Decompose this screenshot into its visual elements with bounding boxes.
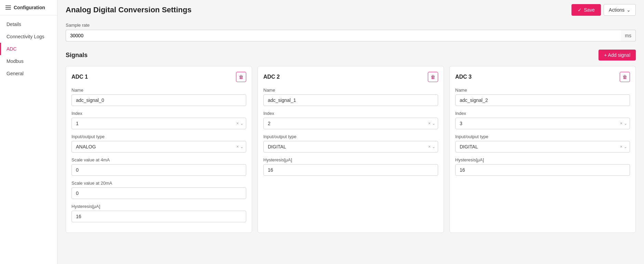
adc-card-header-3: ADC 3 🗑: [455, 72, 630, 82]
adc3-hysteresis-input[interactable]: [455, 164, 630, 176]
adc1-scale20ma-input[interactable]: [71, 187, 246, 199]
sidebar-header[interactable]: Configuration: [0, 0, 57, 15]
sidebar-item-connectivity-logs[interactable]: Connectivity Logs: [0, 30, 57, 43]
sidebar-item-details[interactable]: Details: [0, 18, 57, 30]
adc1-index-label: Index: [71, 111, 246, 116]
adc2-hysteresis-label: Hysteresis[μA]: [263, 157, 438, 162]
sample-rate-row: ms: [66, 30, 636, 41]
adc2-name-label: Name: [263, 88, 438, 93]
adc2-io-type-field: Input/output type ANALOG DIGITAL × ⌄: [263, 134, 438, 153]
actions-label: Actions: [609, 7, 625, 13]
adc2-index-label: Index: [263, 111, 438, 116]
adc-card-header-1: ADC 1 🗑: [71, 72, 246, 82]
adc3-io-type-select-wrapper: ANALOG DIGITAL × ⌄: [455, 141, 630, 153]
sidebar-title: Configuration: [14, 5, 45, 10]
sidebar-item-general[interactable]: General: [0, 67, 57, 80]
sidebar-nav: Details Connectivity Logs ADC Modbus Gen…: [0, 15, 57, 80]
delete-adc3-button[interactable]: 🗑: [620, 72, 630, 82]
adc3-hysteresis-label: Hysteresis[μA]: [455, 157, 630, 162]
adc2-io-type-label: Input/output type: [263, 134, 438, 139]
adc1-io-type-select[interactable]: ANALOG DIGITAL: [71, 141, 246, 153]
adc1-scale20ma-field: Scale value at 20mA: [71, 181, 246, 199]
adc1-scale20ma-label: Scale value at 20mA: [71, 181, 246, 186]
sidebar: Configuration Details Connectivity Logs …: [0, 0, 57, 264]
adc-grid: ADC 1 🗑 Name Index 1 2 3: [66, 66, 636, 233]
delete-adc2-button[interactable]: 🗑: [428, 72, 438, 82]
adc3-index-field: Index 1 2 3 × ⌄: [455, 111, 630, 129]
save-label: Save: [584, 7, 595, 13]
adc1-io-type-select-wrapper: ANALOG DIGITAL × ⌄: [71, 141, 246, 153]
trash-icon: 🗑: [622, 74, 627, 80]
sample-rate-input[interactable]: [66, 30, 621, 41]
adc3-index-select[interactable]: 1 2 3: [455, 118, 630, 129]
sample-rate-label: Sample rate: [66, 23, 636, 28]
actions-button[interactable]: Actions ⌄: [604, 4, 636, 16]
adc2-name-input[interactable]: [263, 94, 438, 106]
adc3-name-label: Name: [455, 88, 630, 93]
adc1-io-type-field: Input/output type ANALOG DIGITAL × ⌄: [71, 134, 246, 153]
delete-adc1-button[interactable]: 🗑: [236, 72, 246, 82]
adc3-io-type-label: Input/output type: [455, 134, 630, 139]
adc1-scale4ma-input[interactable]: [71, 164, 246, 176]
sample-rate-unit: ms: [621, 30, 636, 41]
adc2-index-select-wrapper: 1 2 3 × ⌄: [263, 118, 438, 129]
adc2-io-type-select-wrapper: ANALOG DIGITAL × ⌄: [263, 141, 438, 153]
chevron-down-icon: ⌄: [627, 7, 631, 13]
adc2-index-select[interactable]: 1 2 3: [263, 118, 438, 129]
checkmark-icon: ✓: [578, 7, 582, 13]
adc2-index-field: Index 1 2 3 × ⌄: [263, 111, 438, 129]
adc-card-3: ADC 3 🗑 Name Index 1 2 3: [449, 66, 636, 233]
adc1-scale4ma-field: Scale value at 4mA: [71, 157, 246, 176]
adc1-name-label: Name: [71, 88, 246, 93]
page-title: Analog Digital Conversion Settings: [66, 5, 192, 14]
adc3-index-label: Index: [455, 111, 630, 116]
adc2-hysteresis-input[interactable]: [263, 164, 438, 176]
adc-card-title-3: ADC 3: [455, 74, 472, 80]
save-button[interactable]: ✓ Save: [571, 4, 601, 16]
adc-card-header-2: ADC 2 🗑: [263, 72, 438, 82]
adc1-hysteresis-field: Hysteresis[μA]: [71, 204, 246, 222]
adc1-index-field: Index 1 2 3 × ⌄: [71, 111, 246, 129]
menu-icon[interactable]: [5, 5, 11, 10]
adc1-index-select[interactable]: 1 2 3: [71, 118, 246, 129]
adc3-io-type-field: Input/output type ANALOG DIGITAL × ⌄: [455, 134, 630, 153]
adc2-name-field: Name: [263, 88, 438, 106]
adc3-index-select-wrapper: 1 2 3 × ⌄: [455, 118, 630, 129]
adc-card-title-1: ADC 1: [71, 74, 88, 80]
adc1-name-field: Name: [71, 88, 246, 106]
signals-header: Signals + Add signal: [66, 50, 636, 61]
adc3-io-type-select[interactable]: ANALOG DIGITAL: [455, 141, 630, 153]
adc3-name-input[interactable]: [455, 94, 630, 106]
topbar: Analog Digital Conversion Settings ✓ Sav…: [57, 0, 644, 20]
adc2-io-type-select[interactable]: ANALOG DIGITAL: [263, 141, 438, 153]
main-content: Analog Digital Conversion Settings ✓ Sav…: [57, 0, 644, 264]
adc1-scale4ma-label: Scale value at 4mA: [71, 157, 246, 162]
adc-card-title-2: ADC 2: [263, 74, 280, 80]
topbar-actions: ✓ Save Actions ⌄: [571, 4, 636, 16]
sample-rate-group: Sample rate ms: [66, 23, 636, 41]
adc3-hysteresis-field: Hysteresis[μA]: [455, 157, 630, 176]
add-signal-button[interactable]: + Add signal: [599, 50, 636, 61]
adc-card-2: ADC 2 🗑 Name Index 1 2 3: [258, 66, 444, 233]
trash-icon: 🗑: [431, 74, 435, 80]
adc1-hysteresis-label: Hysteresis[μA]: [71, 204, 246, 209]
adc1-io-type-label: Input/output type: [71, 134, 246, 139]
adc1-name-input[interactable]: [71, 94, 246, 106]
adc1-hysteresis-input[interactable]: [71, 211, 246, 222]
trash-icon: 🗑: [239, 74, 244, 80]
signals-title: Signals: [66, 52, 88, 59]
sidebar-item-modbus[interactable]: Modbus: [0, 55, 57, 67]
adc3-name-field: Name: [455, 88, 630, 106]
adc2-hysteresis-field: Hysteresis[μA]: [263, 157, 438, 176]
content-area: Sample rate ms Signals + Add signal ADC …: [57, 20, 644, 264]
adc-card-1: ADC 1 🗑 Name Index 1 2 3: [66, 66, 252, 233]
adc1-index-select-wrapper: 1 2 3 × ⌄: [71, 118, 246, 129]
sidebar-item-adc[interactable]: ADC: [0, 43, 57, 55]
